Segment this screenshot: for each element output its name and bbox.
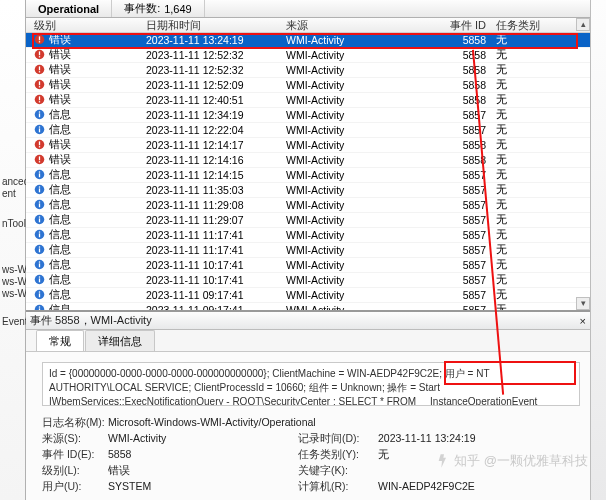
svg-rect-28 [39,173,40,177]
close-icon[interactable]: × [580,315,586,327]
event-details-panel: 事件 5858，WMI-Activity × 常规 详细信息 Id = {000… [26,310,590,500]
nav-item[interactable]: ent [2,188,16,199]
svg-rect-5 [39,56,40,57]
table-row[interactable]: 信息2023-11-11 11:17:41WMI-Activity5857无 [26,243,590,258]
table-row[interactable]: 错误2023-11-11 12:14:16WMI-Activity5858无 [26,153,590,168]
scroll-down[interactable]: ▾ [576,297,590,310]
svg-rect-13 [39,96,40,100]
table-row[interactable]: 信息2023-11-11 12:14:15WMI-Activity5857无 [26,168,590,183]
svg-rect-53 [39,291,40,292]
info-icon [34,169,45,182]
scroll-up[interactable]: ▴ [576,18,590,31]
svg-rect-52 [39,293,40,297]
table-row[interactable]: 信息2023-11-11 11:35:03WMI-Activity5857无 [26,183,590,198]
table-row[interactable]: 错误2023-11-11 12:52:32WMI-Activity5858无 [26,63,590,78]
cell-taskcat: 无 [492,213,590,227]
cell-datetime: 2023-11-11 12:52:32 [146,64,286,76]
info-icon [34,244,45,257]
table-row[interactable]: 信息2023-11-11 09:17:41WMI-Activity5857无 [26,303,590,310]
lbl-keywords: 关键字(K): [298,464,378,478]
event-message[interactable]: Id = {00000000-0000-0000-0000-0000000000… [42,362,580,406]
svg-rect-8 [39,71,40,72]
cell-source: WMI-Activity [286,214,440,226]
svg-rect-56 [39,306,40,307]
cell-datetime: 2023-11-11 12:52:32 [146,49,286,61]
cell-eventid: 5857 [440,169,492,181]
lbl-taskcat: 任务类别(Y): [298,448,378,462]
error-icon [34,79,45,92]
cell-source: WMI-Activity [286,229,440,241]
col-level[interactable]: 级别 [26,18,146,33]
info-icon [34,109,45,122]
table-row[interactable]: 错误2023-11-11 12:52:09WMI-Activity5858无 [26,78,590,93]
error-icon [34,154,45,167]
col-datetime[interactable]: 日期和时间 [146,18,286,33]
svg-rect-44 [39,246,40,247]
svg-rect-46 [39,263,40,267]
cell-taskcat: 无 [492,78,590,92]
cell-source: WMI-Activity [286,34,440,46]
cell-taskcat: 无 [492,138,590,152]
cell-datetime: 2023-11-11 11:17:41 [146,229,286,241]
cell-source: WMI-Activity [286,244,440,256]
info-icon [34,199,45,212]
cell-level: 信息 [49,213,71,227]
cell-datetime: 2023-11-11 11:29:08 [146,199,286,211]
cell-taskcat: 无 [492,33,590,47]
cell-taskcat: 无 [492,63,590,77]
cell-taskcat: 无 [492,123,590,137]
svg-rect-38 [39,216,40,217]
lbl-computer: 计算机(R): [298,480,378,494]
cell-datetime: 2023-11-11 12:14:17 [146,139,286,151]
cell-level: 信息 [49,123,71,137]
log-name: Operational [26,0,112,17]
table-row[interactable]: 信息2023-11-11 11:17:41WMI-Activity5857无 [26,228,590,243]
error-icon [34,49,45,62]
info-icon [34,229,45,242]
error-icon [34,34,45,47]
table-row[interactable]: 错误2023-11-11 12:52:32WMI-Activity5858无 [26,48,590,63]
cell-source: WMI-Activity [286,184,440,196]
table-row[interactable]: 信息2023-11-11 11:29:08WMI-Activity5857无 [26,198,590,213]
info-icon [34,289,45,302]
cell-source: WMI-Activity [286,64,440,76]
cell-source: WMI-Activity [286,49,440,61]
table-row[interactable]: 信息2023-11-11 10:17:41WMI-Activity5857无 [26,258,590,273]
col-eventid[interactable]: 事件 ID [440,18,492,33]
cell-eventid: 5857 [440,199,492,211]
event-grid[interactable]: 级别 日期和时间 来源 事件 ID 任务类别 错误2023-11-11 13:2… [26,18,590,310]
cell-source: WMI-Activity [286,274,440,286]
cell-datetime: 2023-11-11 12:22:04 [146,124,286,136]
table-row[interactable]: 信息2023-11-11 12:22:04WMI-Activity5857无 [26,123,590,138]
table-row[interactable]: 信息2023-11-11 10:17:41WMI-Activity5857无 [26,273,590,288]
table-row[interactable]: 信息2023-11-11 11:29:07WMI-Activity5857无 [26,213,590,228]
cell-level: 信息 [49,273,71,287]
cell-source: WMI-Activity [286,139,440,151]
cell-datetime: 2023-11-11 12:14:16 [146,154,286,166]
cell-level: 信息 [49,108,71,122]
svg-rect-40 [39,233,40,237]
event-count-label: 事件数: [124,1,160,16]
grid-header[interactable]: 级别 日期和时间 来源 事件 ID 任务类别 [26,18,590,33]
table-row[interactable]: 错误2023-11-11 12:40:51WMI-Activity5858无 [26,93,590,108]
cell-source: WMI-Activity [286,154,440,166]
svg-rect-31 [39,188,40,192]
table-row[interactable]: 信息2023-11-11 09:17:41WMI-Activity5857无 [26,288,590,303]
nav-item[interactable]: nTool [2,218,26,229]
cell-level: 错误 [49,48,71,62]
table-row[interactable]: 错误2023-11-11 12:14:17WMI-Activity5858无 [26,138,590,153]
col-source[interactable]: 来源 [286,18,440,33]
cell-eventid: 5857 [440,259,492,271]
cell-taskcat: 无 [492,168,590,182]
cell-level: 信息 [49,198,71,212]
cell-datetime: 2023-11-11 10:17:41 [146,274,286,286]
nav-item[interactable]: Event [2,316,28,327]
cell-eventid: 5857 [440,184,492,196]
svg-rect-11 [39,86,40,87]
table-row[interactable]: 信息2023-11-11 12:34:19WMI-Activity5857无 [26,108,590,123]
tab-details[interactable]: 详细信息 [85,330,155,351]
svg-rect-10 [39,81,40,85]
tab-general[interactable]: 常规 [36,330,84,351]
table-row[interactable]: 错误2023-11-11 13:24:19WMI-Activity5858无 [26,33,590,48]
cell-eventid: 5857 [440,229,492,241]
